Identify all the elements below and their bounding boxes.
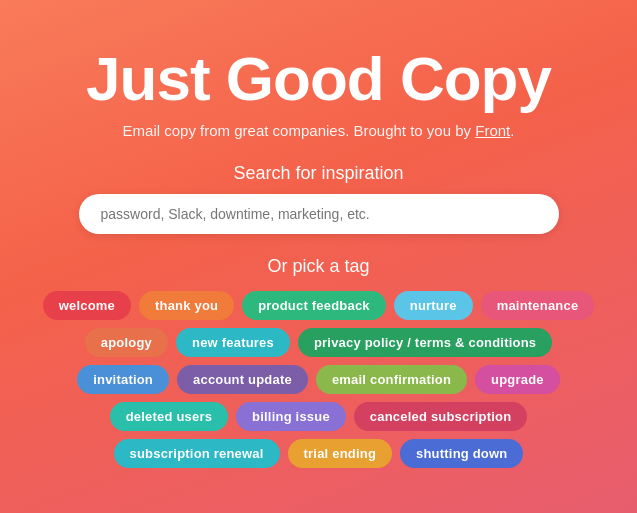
tag-item[interactable]: canceled subscription [354, 402, 527, 431]
tag-item[interactable]: nurture [394, 291, 473, 320]
tags-container: welcomethank youproduct feedbacknurturem… [40, 291, 597, 468]
tag-item[interactable]: thank you [139, 291, 234, 320]
tag-item[interactable]: invitation [77, 365, 169, 394]
page-title: Just Good Copy [40, 45, 597, 113]
main-container: Just Good Copy Email copy from great com… [0, 25, 637, 487]
subtitle: Email copy from great companies. Brought… [40, 122, 597, 139]
tag-item[interactable]: billing issue [236, 402, 346, 431]
tag-item[interactable]: maintenance [481, 291, 595, 320]
tag-item[interactable]: privacy policy / terms & conditions [298, 328, 552, 357]
search-bar [79, 194, 559, 234]
tag-item[interactable]: shutting down [400, 439, 523, 468]
tag-item[interactable]: trial ending [288, 439, 392, 468]
front-link[interactable]: Front [475, 122, 510, 139]
tag-item[interactable]: product feedback [242, 291, 386, 320]
tag-item[interactable]: email confirmation [316, 365, 467, 394]
tag-item[interactable]: subscription renewal [114, 439, 280, 468]
search-label: Search for inspiration [40, 163, 597, 184]
tags-label: Or pick a tag [40, 256, 597, 277]
search-input[interactable] [101, 206, 537, 222]
tag-item[interactable]: deleted users [110, 402, 228, 431]
tag-item[interactable]: account update [177, 365, 308, 394]
tag-item[interactable]: upgrade [475, 365, 560, 394]
tag-item[interactable]: new features [176, 328, 290, 357]
tag-item[interactable]: apology [85, 328, 168, 357]
tag-item[interactable]: welcome [43, 291, 131, 320]
subtitle-text: Email copy from great companies. Brought… [123, 122, 476, 139]
subtitle-period: . [510, 122, 514, 139]
